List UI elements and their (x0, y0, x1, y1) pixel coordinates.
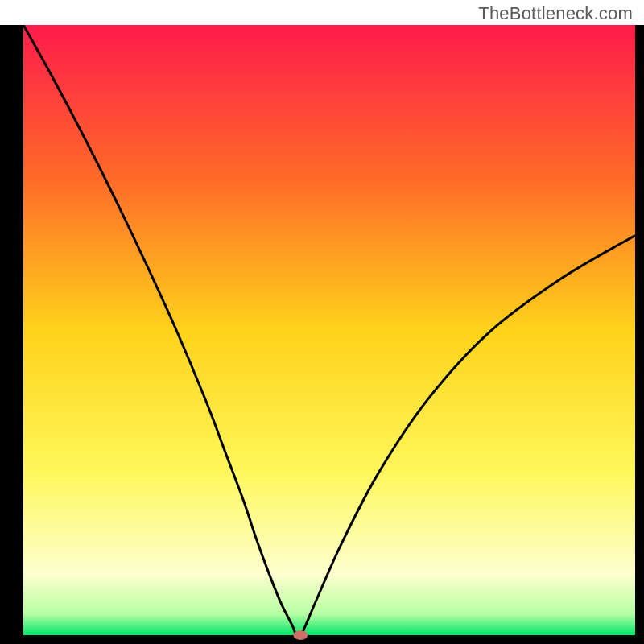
watermark-text-overlay: TheBottleneck.com (478, 3, 633, 24)
plot-background (23, 25, 635, 635)
min-marker (293, 630, 308, 640)
chart-stage: TheBottleneck.com TheBottleneck.com (0, 0, 644, 644)
bottleneck-chart (0, 0, 644, 644)
